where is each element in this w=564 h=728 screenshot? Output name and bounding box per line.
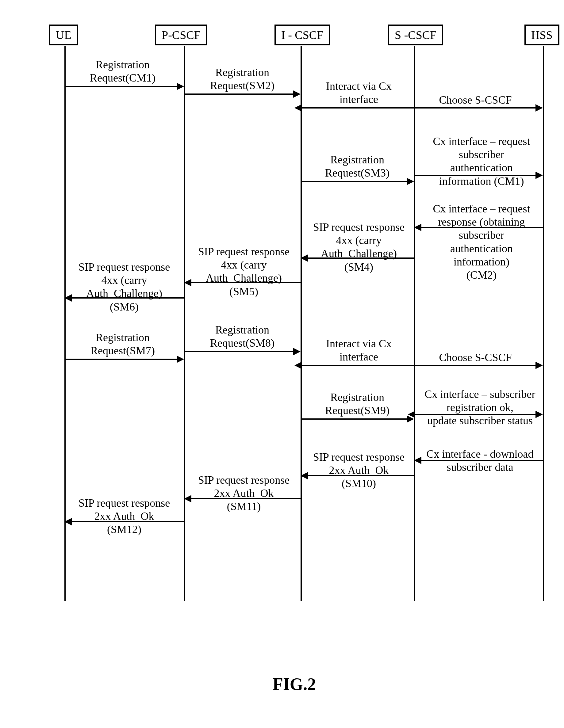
msg-sm4: SIP request response4xx (carryAuth_Chall… (305, 221, 413, 274)
arrow (302, 107, 537, 109)
msg-sm11: SIP request response2xx Auth_Ok(SM11) (190, 474, 298, 513)
msg-sm10: SIP request response2xx Auth_Ok(SM10) (305, 451, 413, 490)
arrow-head-left-icon (414, 457, 421, 464)
arrow (185, 351, 295, 352)
arrow-head-right-icon (177, 356, 184, 363)
arrow (302, 418, 408, 420)
entity-icscf: I - CSCF (274, 25, 330, 45)
msg-cx-interact-1: Interact via Cxinterface (310, 80, 408, 106)
arrow-head-left-icon (64, 518, 72, 525)
msg-sm12: SIP request response2xx Auth_Ok(SM12) (70, 497, 178, 536)
arrow-head-right-icon (177, 83, 184, 90)
arrow (185, 93, 295, 95)
msg-sm3: RegistrationRequest(SM3) (307, 153, 408, 180)
entity-pcscf: P-CSCF (155, 25, 207, 45)
msg-cx-regok: Cx interface – subscriberregistration ok… (416, 388, 544, 428)
arrow-head-left-icon (64, 294, 72, 302)
arrow (66, 86, 178, 87)
arrow-head-left-icon (184, 495, 191, 502)
arrow-head-left-icon (184, 279, 191, 286)
sequence-diagram: UE P-CSCF I - CSCF S -CSCF HSS Registrat… (12, 12, 564, 728)
arrow-head-left-icon (414, 224, 421, 231)
arrow (421, 460, 543, 461)
arrow-head-right-icon (535, 104, 543, 112)
msg-sm7: RegistrationRequest(SM7) (74, 331, 172, 357)
arrow (415, 414, 537, 415)
lifeline-hss (543, 46, 544, 601)
msg-cm1: RegistrationRequest(CM1) (74, 58, 172, 85)
arrow-head-right-icon (407, 178, 414, 185)
arrow-head-left-icon (295, 104, 302, 112)
arrow-head-right-icon (535, 411, 543, 418)
entity-hss: HSS (524, 25, 559, 45)
arrow (308, 475, 414, 476)
arrow-head-right-icon (535, 362, 543, 369)
entity-scscf: S -CSCF (388, 25, 443, 45)
arrow (191, 498, 301, 499)
arrow-head-right-icon (293, 348, 301, 355)
lifeline-ue (64, 46, 66, 601)
arrow (302, 365, 537, 366)
msg-cx-interact-2: Interact via Cxinterface (310, 337, 408, 364)
figure-caption: FIG.2 (12, 674, 564, 694)
arrow (415, 175, 537, 176)
arrow (191, 282, 301, 283)
msg-cx-cm2: Cx interface – requestresponse (obtainin… (420, 202, 543, 282)
msg-sm8: RegistrationRequest(SM8) (190, 323, 295, 350)
arrow (66, 359, 178, 360)
lifeline-scscf (414, 46, 415, 601)
msg-cx-cm1: Cx interface – requestsubscriberauthenti… (420, 135, 543, 188)
msg-choose-scscf-1: Choose S-CSCF (420, 93, 531, 107)
arrow-head-left-icon (301, 472, 308, 479)
arrow-head-right-icon (293, 90, 301, 98)
msg-sm9: RegistrationRequest(SM9) (307, 391, 408, 417)
msg-sm5: SIP request response4xx (carryAuth_Chall… (190, 245, 298, 298)
lifeline-icscf (301, 46, 302, 601)
msg-choose-scscf-2: Choose S-CSCF (420, 351, 531, 364)
arrow (421, 227, 543, 228)
arrow (72, 521, 184, 522)
arrow-head-right-icon (535, 172, 543, 179)
msg-sm6: SIP request response4xx (carryAuth_Chall… (70, 261, 178, 314)
arrow-head-left-icon (301, 254, 308, 262)
lifeline-pcscf (184, 46, 185, 601)
arrow (72, 297, 184, 299)
arrow (308, 257, 414, 259)
entity-ue: UE (49, 25, 78, 45)
arrow-head-left-icon (408, 411, 415, 418)
arrow-head-left-icon (295, 362, 302, 369)
arrow (302, 181, 408, 182)
msg-sm2: RegistrationRequest(SM2) (190, 66, 295, 92)
